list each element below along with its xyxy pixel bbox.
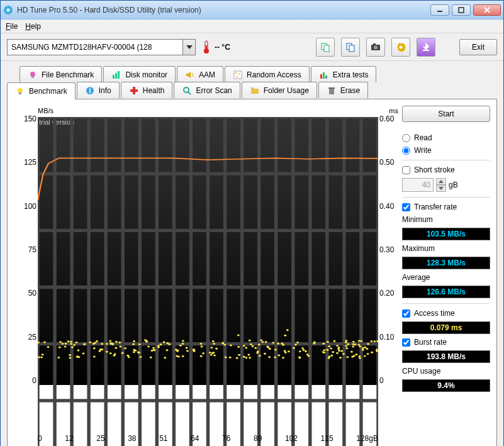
trash-icon xyxy=(327,86,337,96)
svg-point-80 xyxy=(330,355,333,357)
transfer-rate-label: Transfer rate xyxy=(414,203,457,211)
write-radio[interactable] xyxy=(402,147,410,155)
svg-point-255 xyxy=(221,342,224,344)
svg-point-231 xyxy=(308,355,310,357)
svg-point-164 xyxy=(313,342,316,344)
tab-aam[interactable]: AAM xyxy=(177,66,223,82)
svg-point-111 xyxy=(366,348,369,350)
y-left-tick: 25 xyxy=(14,333,36,342)
y-left-axis-label: MB/s xyxy=(38,107,53,114)
spinner-up-icon[interactable] xyxy=(436,178,446,185)
svg-point-226 xyxy=(352,341,355,343)
svg-point-147 xyxy=(77,350,80,352)
svg-point-174 xyxy=(164,357,166,359)
svg-point-287 xyxy=(83,343,86,345)
svg-point-140 xyxy=(96,340,98,342)
svg-point-228 xyxy=(259,355,261,357)
svg-point-238 xyxy=(345,340,348,342)
folder-icon xyxy=(250,86,260,96)
transfer-rate-checkbox[interactable] xyxy=(402,203,410,211)
bars-green-icon xyxy=(111,70,121,80)
minimize-button[interactable] xyxy=(430,4,449,16)
svg-point-28 xyxy=(238,74,240,75)
svg-point-133 xyxy=(119,345,121,347)
svg-marker-294 xyxy=(439,187,444,190)
save-button[interactable] xyxy=(417,38,435,57)
tab-folder-usage[interactable]: Folder Usage xyxy=(242,82,317,98)
menu-file[interactable]: File xyxy=(6,22,18,31)
exit-button[interactable]: Exit xyxy=(459,39,497,55)
copy-info-button[interactable] xyxy=(316,38,335,57)
x-tick: 102 xyxy=(285,434,298,444)
svg-point-270 xyxy=(213,352,215,354)
svg-point-20 xyxy=(30,72,35,77)
menu-help[interactable]: Help xyxy=(25,22,41,31)
svg-point-161 xyxy=(182,340,184,342)
svg-point-250 xyxy=(268,356,271,358)
tab-health[interactable]: Health xyxy=(121,82,173,98)
svg-point-176 xyxy=(150,357,152,359)
svg-point-251 xyxy=(59,347,61,348)
short-stroke-checkbox[interactable] xyxy=(402,166,410,174)
drive-select[interactable]: SAMSUNG MZMTD128HAFV-00004 (128 xyxy=(7,39,196,55)
temperature-display: -- °C xyxy=(202,40,230,54)
screenshot-button[interactable] xyxy=(366,38,385,57)
svg-point-184 xyxy=(243,345,245,347)
tab-content-benchmark: MB/s ms 1501251007550250 0.600.500.400.3… xyxy=(7,99,497,446)
svg-point-108 xyxy=(43,342,46,343)
svg-point-29 xyxy=(237,76,238,77)
svg-point-15 xyxy=(374,45,378,49)
svg-point-134 xyxy=(213,354,216,356)
svg-point-165 xyxy=(323,349,326,351)
svg-point-220 xyxy=(64,346,67,348)
svg-point-170 xyxy=(133,340,135,342)
svg-point-230 xyxy=(166,342,169,344)
svg-point-282 xyxy=(376,350,378,352)
burst-rate-checkbox[interactable] xyxy=(402,338,410,347)
tab-error-scan[interactable]: Error Scan xyxy=(174,82,240,98)
svg-point-78 xyxy=(237,346,240,348)
svg-point-285 xyxy=(99,350,101,352)
svg-point-244 xyxy=(294,343,297,345)
svg-rect-13 xyxy=(349,45,354,52)
tab-info[interactable]: iInfo xyxy=(77,82,120,98)
tab-random-access[interactable]: Random Access xyxy=(225,66,310,82)
y-left-tick: 75 xyxy=(14,245,36,254)
svg-point-223 xyxy=(286,329,289,331)
svg-point-138 xyxy=(258,343,260,345)
svg-point-105 xyxy=(364,347,366,348)
short-stroke-spinner[interactable] xyxy=(436,178,446,192)
start-button[interactable]: Start xyxy=(402,106,490,122)
minimum-value: 103.5 MB/s xyxy=(402,228,490,240)
tab-benchmark[interactable]: Benchmark xyxy=(7,82,76,99)
tab-disk-monitor[interactable]: Disk monitor xyxy=(103,66,176,82)
options-button[interactable] xyxy=(391,38,410,57)
svg-point-97 xyxy=(237,335,240,337)
minimum-label: Minimum xyxy=(402,215,490,224)
svg-point-234 xyxy=(346,356,349,358)
tab-erase[interactable]: Erase xyxy=(318,82,368,98)
read-radio[interactable] xyxy=(402,134,410,142)
svg-point-157 xyxy=(257,351,259,353)
svg-point-272 xyxy=(264,353,266,355)
svg-point-253 xyxy=(40,357,43,359)
y-left-tick: 50 xyxy=(14,289,36,298)
spinner-down-icon[interactable] xyxy=(436,185,446,192)
copy-results-button[interactable] xyxy=(341,38,360,57)
svg-point-280 xyxy=(303,349,305,351)
access-time-checkbox[interactable] xyxy=(402,309,410,318)
svg-point-274 xyxy=(113,355,116,357)
svg-point-75 xyxy=(121,352,124,354)
chart-plot-area: trial version xyxy=(38,117,378,385)
close-button[interactable] xyxy=(473,4,501,16)
svg-point-153 xyxy=(38,356,40,358)
svg-point-84 xyxy=(230,345,232,347)
maximize-button[interactable] xyxy=(452,4,471,16)
tab-file-benchmark[interactable]: File Benchmark xyxy=(20,66,102,82)
tab-extra-tests[interactable]: Extra tests xyxy=(311,66,377,82)
svg-point-82 xyxy=(93,347,96,349)
chevron-down-icon[interactable] xyxy=(182,40,195,55)
svg-point-100 xyxy=(160,343,162,345)
x-tick: 38 xyxy=(128,434,136,444)
svg-point-222 xyxy=(132,343,135,345)
